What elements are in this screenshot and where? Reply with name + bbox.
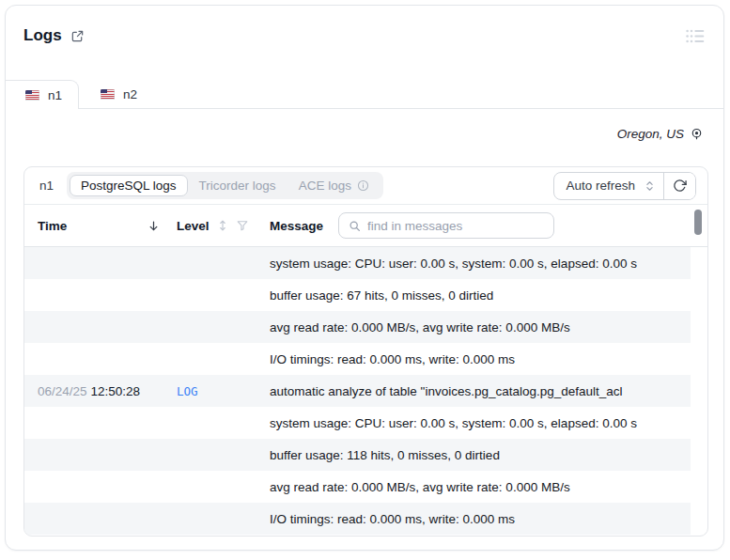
log-source-switcher: PostgreSQL logs Tricorder logs ACE logs (67, 172, 383, 199)
search-input[interactable] (367, 219, 544, 233)
vertical-scrollbar-thumb[interactable] (694, 210, 702, 235)
us-flag-icon (101, 89, 115, 100)
table-row[interactable]: I/O timings: read: 0.000 ms, write: 0.00… (24, 343, 691, 375)
log-message-cell: I/O timings: read: 0.000 ms, write: 0.00… (270, 512, 691, 526)
column-header-time[interactable]: Time (38, 219, 160, 233)
tab-n2[interactable]: n2 (79, 80, 156, 108)
table-row[interactable]: 06/24/2512:50:28 LOG automatic analyze o… (24, 375, 691, 407)
table-row[interactable]: I/O timings: read: 0.000 ms, write: 0.00… (24, 503, 691, 535)
tab-label: n2 (123, 87, 137, 101)
log-time-cell (38, 257, 160, 271)
column-label: Time (38, 219, 67, 233)
logs-widget-card: Logs n1 n2 Oregon, US (5, 5, 724, 551)
page-title: Logs (23, 26, 62, 45)
table-row[interactable]: buffer usage: 67 hits, 0 misses, 0 dirti… (24, 279, 691, 311)
sort-descending-icon[interactable] (148, 220, 160, 232)
segment-label: Tricorder logs (199, 179, 276, 193)
segment-label: PostgreSQL logs (81, 179, 177, 193)
log-message-cell: buffer usage: 118 hits, 0 misses, 0 dirt… (270, 448, 691, 462)
table-row[interactable]: system usage: CPU: user: 0.00 s, system:… (24, 407, 691, 439)
refresh-button[interactable] (664, 173, 695, 199)
log-time-cell (38, 480, 160, 494)
node-tabs: n1 n2 (6, 80, 723, 109)
table-row[interactable]: avg read rate: 0.000 MB/s, avg write rat… (24, 471, 691, 503)
log-date: 06/24/25 (38, 384, 87, 398)
log-time-cell (38, 352, 160, 366)
log-message-cell: avg read rate: 0.000 MB/s, avg write rat… (270, 320, 691, 334)
log-level-cell: LOG (177, 384, 257, 398)
log-time-cell (38, 320, 160, 334)
filter-funnel-icon[interactable] (236, 219, 249, 232)
log-time-cell (38, 288, 160, 303)
refresh-controls: Auto refresh (553, 172, 696, 200)
tab-n1[interactable]: n1 (6, 80, 79, 109)
log-time-cell (38, 512, 160, 526)
segment-postgresql-logs[interactable]: PostgreSQL logs (70, 175, 188, 196)
log-clock: 12:50:28 (91, 384, 141, 398)
log-message-cell: automatic analyze of table "invoices.pg_… (270, 384, 691, 398)
updown-chevrons-icon (645, 179, 654, 193)
segment-tricorder-logs[interactable]: Tricorder logs (188, 175, 287, 196)
auto-refresh-label: Auto refresh (566, 179, 635, 193)
logs-toolbar: n1 PostgreSQL logs Tricorder logs ACE lo… (24, 167, 707, 205)
log-time-cell: 06/24/2512:50:28 (38, 384, 160, 398)
us-flag-icon (25, 90, 39, 101)
external-link-icon[interactable] (70, 29, 85, 43)
node-label: n1 (39, 179, 54, 193)
log-message-cell: I/O timings: read: 0.000 ms, write: 0.00… (270, 352, 691, 366)
column-header-message: Message (270, 219, 323, 233)
log-message-cell: system usage: CPU: user: 0.00 s, system:… (270, 257, 691, 271)
log-message-cell: system usage: CPU: user: 0.00 s, system:… (270, 416, 691, 430)
region-indicator: Oregon, US (617, 127, 704, 141)
refresh-icon (673, 179, 687, 193)
info-icon (357, 179, 369, 192)
log-message-cell: avg read rate: 0.000 MB/s, avg write rat… (270, 480, 691, 494)
message-search (338, 212, 554, 239)
log-message-cell: buffer usage: 67 hits, 0 misses, 0 dirti… (270, 288, 691, 303)
table-row[interactable]: buffer usage: 118 hits, 0 misses, 0 dirt… (24, 439, 691, 471)
table-row[interactable]: system usage: CPU: user: 0.00 s, system:… (24, 247, 691, 279)
search-icon (349, 220, 361, 232)
card-header: Logs (23, 26, 85, 45)
log-time-cell (38, 416, 160, 430)
auto-refresh-select[interactable]: Auto refresh (554, 173, 664, 199)
column-label: Level (177, 219, 210, 233)
segment-label: ACE logs (299, 179, 351, 193)
tab-label: n1 (48, 88, 62, 102)
log-time-cell (38, 448, 160, 462)
sort-updown-icon[interactable] (218, 219, 227, 232)
logs-panel: n1 PostgreSQL logs Tricorder logs ACE lo… (23, 166, 708, 537)
segment-ace-logs[interactable]: ACE logs (287, 175, 381, 196)
column-header-level[interactable]: Level (177, 219, 257, 233)
table-row[interactable]: avg read rate: 0.000 MB/s, avg write rat… (24, 311, 691, 343)
log-rows: system usage: CPU: user: 0.00 s, system:… (24, 247, 707, 536)
region-label: Oregon, US (617, 127, 684, 141)
column-label: Message (270, 219, 323, 233)
location-pin-icon (690, 127, 704, 141)
table-header: Time Level (24, 205, 707, 247)
list-menu-icon[interactable] (686, 28, 705, 44)
